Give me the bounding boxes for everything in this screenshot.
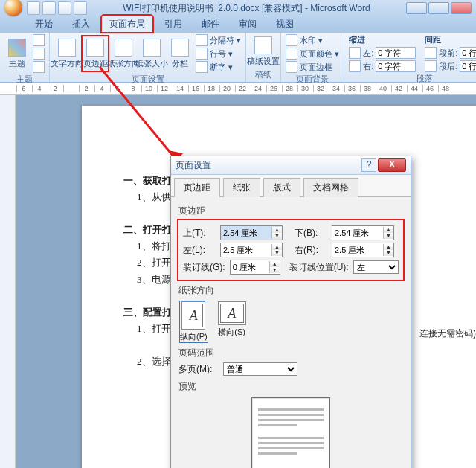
- bottom-input[interactable]: [332, 227, 383, 239]
- watermark-button[interactable]: 水印 ▾: [286, 34, 339, 46]
- close-button[interactable]: [451, 2, 472, 14]
- lbl-right: 右(R):: [295, 244, 327, 257]
- size-icon: [143, 39, 161, 57]
- breaks-icon: [196, 34, 208, 46]
- dialog-body: 页边距 上(T): ▲▼ 下(B): ▲▼ 左(L): ▲▼ 右(R): ▲▼ …: [171, 197, 411, 468]
- orientation-landscape[interactable]: A 横向(S): [218, 301, 246, 342]
- group-page-setup: 文字方向 页边距 纸张方向 纸张大小 分栏 分隔符 ▾ 行号 ▾ 断字 ▾ 页面…: [50, 33, 246, 82]
- dlg-tab-margins[interactable]: 页边距: [174, 178, 220, 197]
- spacing-header: 间距: [425, 34, 476, 45]
- office-orb-icon[interactable]: [4, 0, 22, 16]
- hyphenation-button[interactable]: 断字 ▾: [196, 61, 241, 73]
- spin-top[interactable]: ▲▼: [220, 225, 283, 240]
- line-numbers-icon: [196, 48, 208, 60]
- qat-redo-icon[interactable]: [58, 1, 71, 15]
- dlg-tab-layout[interactable]: 版式: [263, 178, 300, 197]
- fs-margins-title: 页边距: [178, 205, 403, 217]
- fs-orientation-title: 纸张方向: [178, 284, 403, 297]
- tab-view[interactable]: 视图: [268, 15, 302, 33]
- fs-preview: 预览: [178, 380, 403, 468]
- space-before-icon: [425, 47, 437, 59]
- margins-icon: [86, 39, 104, 57]
- fs-margins-box: 上(T): ▲▼ 下(B): ▲▼ 左(L): ▲▼ 右(R): ▲▼ 装订线(…: [178, 220, 403, 280]
- tab-insert[interactable]: 插入: [64, 15, 98, 33]
- orientation-options: A 纵向(P) A 横向(S): [180, 301, 403, 342]
- spin-right[interactable]: ▲▼: [332, 243, 394, 257]
- horizontal-ruler[interactable]: 6422468101214161820222426283032343638404…: [0, 83, 476, 95]
- tab-home[interactable]: 开始: [27, 15, 61, 33]
- spin-left[interactable]: ▲▼: [220, 243, 283, 257]
- gutter-input[interactable]: [231, 261, 269, 273]
- text-direction-button[interactable]: 文字方向: [54, 36, 80, 71]
- indent-left-icon: [349, 47, 361, 59]
- theme-fonts-icon[interactable]: [33, 48, 45, 60]
- space-before-input[interactable]: [460, 47, 476, 59]
- text-direction-icon: [58, 39, 76, 57]
- tab-mailings[interactable]: 邮件: [193, 15, 228, 33]
- doc-wifi-hint: 连接无需密码)。: [419, 327, 476, 340]
- spin-bottom[interactable]: ▲▼: [332, 225, 394, 240]
- dialog-titlebar[interactable]: 页面设置 ? X: [171, 156, 411, 175]
- multipages-select[interactable]: 普通: [223, 362, 298, 376]
- columns-icon: [171, 39, 189, 57]
- hyphenation-icon: [196, 61, 208, 73]
- tab-review[interactable]: 审阅: [231, 15, 265, 33]
- space-after-icon: [425, 60, 437, 72]
- group-paragraph: 缩进 左: 右: 间距 段前: 段后: 段落: [344, 33, 476, 82]
- watermark-icon: [286, 34, 298, 46]
- dialog-close-button[interactable]: X: [378, 158, 406, 172]
- indent-left-row: 左:: [349, 47, 416, 59]
- ribbon-tabs: 开始 插入 页面布局 引用 邮件 审阅 视图: [0, 16, 476, 33]
- top-input[interactable]: [221, 227, 271, 239]
- margins-button[interactable]: 页边距: [83, 36, 108, 71]
- spin-gutter[interactable]: ▲▼: [230, 260, 280, 275]
- page-setup-minis: 分隔符 ▾ 行号 ▾ 断字 ▾: [196, 34, 241, 73]
- qat-save-icon[interactable]: [27, 1, 40, 15]
- dlg-tab-docgrid[interactable]: 文档网格: [303, 178, 358, 197]
- dialog-title: 页面设置: [176, 159, 361, 172]
- page-color-button[interactable]: 页面颜色 ▾: [286, 48, 339, 60]
- paper-settings-button[interactable]: 稿纸设置: [251, 34, 276, 68]
- qat-more-icon[interactable]: [74, 1, 87, 15]
- group-theme: 主题 主题: [0, 33, 50, 82]
- dialog-help-button[interactable]: ?: [361, 158, 376, 172]
- lbl-multipages: 多页(M):: [178, 363, 219, 376]
- themes-button[interactable]: 主题: [4, 36, 30, 71]
- space-after-input[interactable]: [460, 60, 476, 72]
- minimize-button[interactable]: [406, 2, 427, 14]
- indent-left-input[interactable]: [376, 47, 416, 59]
- quick-access-toolbar: [27, 1, 87, 15]
- theme-effects-icon[interactable]: [33, 61, 45, 73]
- page-color-icon: [286, 48, 298, 60]
- group-page-background: 水印 ▾ 页面颜色 ▾ 页面边框 页面背景: [281, 33, 344, 82]
- page-borders-icon: [286, 61, 298, 73]
- preview-page-icon: [251, 397, 330, 468]
- columns-button[interactable]: 分栏: [167, 36, 193, 71]
- gutter-pos-select[interactable]: 左: [353, 260, 399, 274]
- vertical-ruler[interactable]: [0, 95, 16, 468]
- breaks-button[interactable]: 分隔符 ▾: [196, 34, 241, 46]
- lbl-gutter: 装订线(G):: [183, 261, 225, 274]
- theme-colors-icon[interactable]: [33, 34, 45, 46]
- tab-references[interactable]: 引用: [156, 15, 190, 33]
- orientation-portrait[interactable]: A 纵向(P): [180, 301, 208, 342]
- orientation-button[interactable]: 纸张方向: [111, 36, 136, 71]
- fs-preview-title: 预览: [178, 380, 403, 393]
- titlebar: WIFI打印机使用说明书_2.0.0.docx [兼容模式] - Microso…: [0, 0, 476, 16]
- lbl-bottom: 下(B):: [295, 227, 327, 240]
- qat-undo-icon[interactable]: [42, 1, 56, 15]
- size-button[interactable]: 纸张大小: [139, 36, 164, 71]
- dlg-tab-paper[interactable]: 纸张: [223, 178, 260, 197]
- indent-right-input[interactable]: [376, 60, 416, 72]
- line-numbers-button[interactable]: 行号 ▾: [196, 48, 241, 60]
- dialog-tabs: 页边距 纸张 版式 文档网格: [171, 175, 411, 197]
- page-setup-dialog: 页面设置 ? X 页边距 纸张 版式 文档网格 页边距 上(T): ▲▼ 下(B…: [170, 156, 411, 468]
- maximize-button[interactable]: [428, 2, 449, 14]
- fs-orientation: 纸张方向 A 纵向(P) A 横向(S): [178, 284, 403, 342]
- page-borders-button[interactable]: 页面边框: [286, 61, 339, 73]
- left-input[interactable]: [221, 244, 271, 256]
- indent-right-icon: [349, 60, 361, 72]
- fs-margins: 页边距 上(T): ▲▼ 下(B): ▲▼ 左(L): ▲▼ 右(R): ▲▼ …: [178, 205, 403, 280]
- tab-page-layout[interactable]: 页面布局: [101, 15, 153, 33]
- right-input[interactable]: [332, 244, 383, 256]
